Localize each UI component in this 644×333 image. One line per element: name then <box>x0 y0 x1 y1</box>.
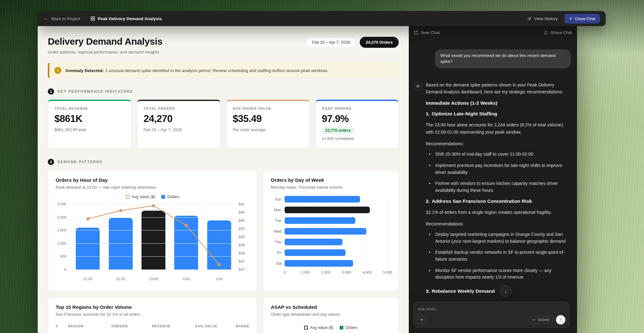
chart-legend: Avg Value ($)Orders <box>56 195 249 199</box>
history-icon: ↺ <box>527 16 531 21</box>
legend-swatch <box>161 195 165 199</box>
x-tick: 4,000 <box>363 270 372 274</box>
kpi-sub: vs 500 scheduled <box>322 136 392 141</box>
x-tick: 1,000 <box>301 270 310 274</box>
kpi-label: TOTAL REVENUE <box>54 107 125 110</box>
send-button[interactable]: ↑ <box>556 315 565 325</box>
gridline <box>170 204 170 269</box>
legend-item: Avg Value ($) <box>304 325 334 330</box>
legend-item: Avg Value ($) <box>126 195 155 199</box>
bar-track <box>285 217 388 224</box>
attach-button[interactable]: + <box>417 315 426 324</box>
card-title: Top 10 Regions by Order Volume <box>56 304 249 310</box>
kpi-value: 97.9% <box>322 113 392 125</box>
dashboard-pane: Delivery Demand Analysis Order patterns,… <box>38 26 409 333</box>
week-row-Thu: Thu <box>271 239 391 245</box>
chart-legend: Avg Value ($)Orders <box>271 325 391 330</box>
legend-swatch <box>340 326 343 330</box>
share-chat-button[interactable]: Share Chat <box>544 30 572 35</box>
section-number: 1. <box>426 111 430 116</box>
app-window: Delivery Demand Analysis Order patterns,… <box>38 26 577 333</box>
bar-track <box>285 196 388 203</box>
week-chart: SunMonTueWedThuFriSat 01,0002,0003,0004,… <box>271 196 391 276</box>
section-patterns-header: 2 DEMAND PATTERNS <box>48 159 399 165</box>
gridline <box>71 217 236 218</box>
gridline <box>104 204 104 269</box>
kpi-badge: 23,770 orders <box>322 127 354 134</box>
chat-pane: New Chat Share Chat What would you recom… <box>409 26 577 333</box>
x-tick: 3,000 <box>342 270 351 274</box>
orders-bar-Sat <box>285 260 353 267</box>
desktop-background: ← Back to Project Peak Delivery Demand A… <box>0 0 644 333</box>
new-chat-icon <box>414 30 419 35</box>
chart-subtitle: Peak demand at 23:00 — late-night orderi… <box>56 185 249 190</box>
app-top-bar: ← Back to Project Peak Delivery Demand A… <box>38 11 606 26</box>
chat-message-area[interactable]: What would you recommend we do about thi… <box>409 41 577 333</box>
day-label: Tue <box>271 219 285 223</box>
day-label: Wed <box>271 229 285 234</box>
week-x-axis: 01,0002,0003,0004,0005,000 <box>285 270 388 276</box>
topbar-divider <box>85 15 86 22</box>
gridline <box>137 204 137 269</box>
back-to-project-button[interactable]: ← Back to Project <box>43 16 80 21</box>
y-tick: $39 <box>239 227 245 230</box>
section-title: Rebalance Weekly Demand <box>432 288 495 294</box>
legend-item: Orders <box>340 325 358 330</box>
view-history-label: View History <box>534 16 558 21</box>
column-header: SHARE <box>236 324 249 328</box>
week-row-Sat: Sat <box>271 260 391 267</box>
week-chart-rows: SunMonTueWedThuFriSat <box>271 196 391 267</box>
gridline <box>203 204 203 269</box>
section-number-badge: 2 <box>48 159 54 165</box>
recommendation-list: Shift 20-30% of mid-day staff to cover 2… <box>426 151 571 194</box>
section-kpi-label: KEY PERFORMANCE INDICATORS <box>58 89 133 94</box>
bar-track <box>285 260 388 267</box>
user-message-bubble: What would you recommend we do about thi… <box>435 49 571 68</box>
x-tick: 5,000 <box>383 270 392 274</box>
list-item: Implement premium pay incentives for lat… <box>428 162 571 176</box>
chat-input-box[interactable]: + ↵ Submit ↑ <box>413 302 569 328</box>
kpi-card-total-orders: TOTAL ORDERS 24,270 Feb 15 – Apr 7, 2026 <box>137 100 221 149</box>
assistant-section-3-title: 3.Rebalance Weekly Demand <box>426 288 495 294</box>
y-tick: 2,000 <box>57 215 66 219</box>
hour-chart: 2,5002,0001,5001,0005000 $41$40$40$39$39… <box>56 202 249 281</box>
card-title: ASAP vs Scheduled <box>271 304 391 310</box>
x-tick: 1:00 <box>203 277 236 281</box>
x-axis-labels: 21:0022:0023:000:001:00 <box>71 277 236 281</box>
section-title: Optimize Late-Night Staffing <box>432 111 497 116</box>
new-chat-button[interactable]: New Chat <box>414 30 440 35</box>
list-item: Deploy targeted marketing campaigns in O… <box>428 231 571 245</box>
date-range-pill[interactable]: Feb 15 – Apr 7, 2026 <box>306 37 356 48</box>
orders-bar-Fri <box>285 249 346 256</box>
y-tick: 1,500 <box>57 228 66 232</box>
gridline <box>71 243 236 244</box>
submit-button[interactable]: ↵ Submit <box>529 316 553 324</box>
gridline <box>71 204 236 204</box>
view-history-button[interactable]: ↺ View History <box>527 16 558 21</box>
kpi-sub: Per order average <box>233 127 303 132</box>
assistant-section-2-title: 2.Address San Francisco Concentration Ri… <box>426 198 571 204</box>
top-regions-card: Top 10 Regions by Order Volume San Franc… <box>48 297 257 333</box>
bar-track <box>285 207 388 213</box>
chart-title: Orders by Hour of Day <box>56 177 249 183</box>
column-header: REGION <box>68 324 112 328</box>
recommendations-label: Recommendations: <box>426 220 571 228</box>
y-tick: $39 <box>239 235 245 239</box>
kpi-sub: $861,393.99 total <box>54 127 125 132</box>
x-tick: 21:00 <box>71 277 104 281</box>
assistant-intro: Based on the demand spike patterns shown… <box>426 81 571 96</box>
column-header: ORDERS <box>111 324 152 328</box>
chart-subtitle: Monday leads; Thursday lowest volume <box>271 185 391 190</box>
scroll-to-bottom-button[interactable]: ↓ <box>500 285 512 297</box>
share-icon <box>544 30 548 35</box>
recommendations-label: Recommendations: <box>426 140 571 147</box>
y-tick: $40 <box>239 210 245 214</box>
y-tick: $37 <box>239 259 245 263</box>
list-item: Shift 20-30% of mid-day staff to cover 2… <box>428 151 571 158</box>
close-chat-button[interactable]: ✕ Close Chat <box>564 14 600 24</box>
orders-count-pill: 24,270 Orders <box>360 37 399 48</box>
y-tick: 1,000 <box>57 241 66 245</box>
chat-input[interactable] <box>418 307 565 311</box>
kpi-label: ASAP ORDERS <box>322 107 392 110</box>
card-subtitle: Order type breakdown and avg values <box>271 312 391 317</box>
